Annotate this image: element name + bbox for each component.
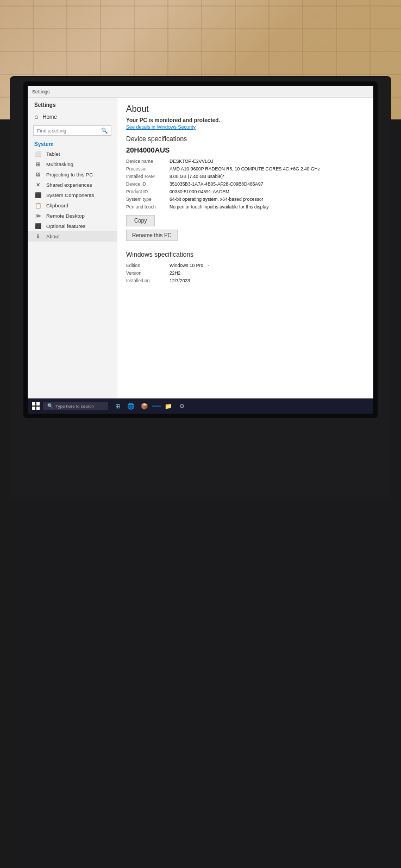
sidebar-item-about[interactable]: ℹ About [28, 231, 117, 242]
win-spec-value-edition: Windows 10 Pro [170, 263, 203, 268]
about-icon: ℹ [34, 233, 42, 239]
win-spec-value-installed: 12/7/2023 [170, 278, 190, 283]
sidebar-label-optional: Optional features [46, 223, 85, 229]
sidebar-item-optional[interactable]: ⬛ Optional features [28, 221, 117, 231]
sidebar-label-multitasking: Multitasking [46, 161, 73, 167]
win-spec-row-installed: Installed on 12/7/2023 [126, 277, 365, 284]
main-content-area: About Your PC is monitored and protected… [117, 98, 373, 398]
taskbar-icon-store[interactable]: 📦 [139, 400, 151, 412]
sidebar-label-shared: Shared experiences [46, 182, 92, 188]
tablet-icon: ⬜ [34, 151, 42, 157]
svg-rect-2 [32, 407, 35, 410]
taskbar-icon-settings[interactable]: ⚙ [176, 400, 188, 412]
system-section-label: System [28, 138, 117, 149]
page-title: About [126, 104, 365, 114]
spec-label-system-type: System type [126, 197, 170, 202]
remote-icon: ≫ [34, 213, 42, 219]
taskbar-search-label: Type here to search [55, 404, 94, 409]
taskbar-icon-folder[interactable]: 📁 [162, 400, 174, 412]
search-box[interactable]: 🔍 [33, 125, 111, 136]
sidebar-label-clipboard: Clipboard [46, 202, 68, 208]
sidebar-item-home[interactable]: ⌂ Home [28, 110, 117, 123]
sidebar-item-clipboard[interactable]: 📋 Clipboard [28, 200, 117, 211]
shared-icon: ✕ [34, 182, 42, 188]
svg-rect-0 [32, 402, 35, 406]
clipboard-icon: 📋 [34, 202, 42, 208]
spec-label-pen-touch: Pen and touch [126, 204, 170, 210]
taskbar-search-box[interactable]: 🔍 Type here to search [43, 402, 108, 410]
components-icon: ⬛ [34, 192, 42, 198]
windows-section-title: Windows specifications [126, 251, 365, 258]
security-link[interactable]: See details in Windows Security [126, 124, 365, 130]
search-input[interactable] [37, 128, 99, 134]
sidebar-item-multitasking[interactable]: ⊞ Multitasking [28, 159, 117, 169]
taskbar-icons: ⊞ 🌐 📦 📁 ⚙ [111, 400, 188, 412]
sidebar-item-projecting[interactable]: 🖥 Projecting to this PC [28, 169, 117, 180]
start-button[interactable] [30, 400, 42, 412]
spec-label-device-id: Device ID [126, 181, 170, 187]
sidebar-app-title: Settings [28, 98, 117, 110]
sidebar-item-tablet[interactable]: ⬜ Tablet [28, 149, 117, 159]
spec-value-processor: AMD A10-9600P RADEON R5, 10 COMPUTE CORE… [170, 166, 365, 172]
spec-label-ram: Installed RAM [126, 174, 170, 179]
spec-value-product-id: 00330-51000-04591-AAOEM [170, 189, 365, 194]
spec-value-system-type: 64-bit operating system, x64-based proce… [170, 197, 365, 202]
svg-rect-3 [36, 407, 40, 410]
screen-bezel: Settings Settings ⌂ Home 🔍 System [23, 81, 378, 418]
spec-table: Device name DESKTOP-E2VVLOJ Processor AM… [126, 157, 365, 211]
spec-value-ram: 8.00 GB (7.40 GB usable)* [170, 174, 365, 179]
sidebar-item-remote[interactable]: ≫ Remote Desktop [28, 211, 117, 221]
spec-label-processor: Processor [126, 166, 170, 172]
spec-row-device-name: Device name DESKTOP-E2VVLOJ [126, 157, 365, 165]
optional-icon: ⬛ [34, 223, 42, 229]
copy-button[interactable]: Copy [126, 215, 155, 226]
sidebar-item-shared[interactable]: ✕ Shared experiences [28, 180, 117, 190]
rename-pc-button[interactable]: Rename this PC [126, 230, 178, 241]
win-spec-label-version: Version [126, 270, 170, 276]
win-spec-label-edition: Edition [126, 263, 170, 268]
laptop-body: Settings Settings ⌂ Home 🔍 System [10, 76, 391, 868]
settings-sidebar: Settings ⌂ Home 🔍 System ⬜ Tablet [28, 98, 117, 398]
home-icon: ⌂ [34, 113, 38, 121]
taskbar-search-icon: 🔍 [47, 403, 53, 409]
spec-value-device-name: DESKTOP-E2VVLOJ [170, 159, 365, 164]
sidebar-label-components: System Components [46, 192, 94, 198]
spec-value-device-id: 351035B3-1A7A-4B05-AF28-C09B8D485A97 [170, 181, 365, 187]
search-icon: 🔍 [101, 128, 108, 134]
spec-value-pen-touch: No pen or touch input is available for t… [170, 204, 365, 210]
win-spec-row-edition: Edition Windows 10 Pro - [126, 262, 365, 269]
taskbar: 🔍 Type here to search ⊞ 🌐 📦 📁 ⚙ [28, 398, 373, 414]
spec-label-product-id: Product ID [126, 189, 170, 194]
win-spec-extra-edition: - [208, 263, 209, 268]
protection-status: Your PC is monitored and protected. [126, 117, 365, 123]
taskbar-icon-bar[interactable] [152, 406, 161, 407]
spec-row-pen-touch: Pen and touch No pen or touch input is a… [126, 203, 365, 211]
spec-row-device-id: Device ID 351035B3-1A7A-4B05-AF28-C09B8D… [126, 180, 365, 188]
spec-row-product-id: Product ID 00330-51000-04591-AAOEM [126, 188, 365, 195]
keyboard-area: FnLock Esc F8 ◀◀ F9 🔇 F10 🔊 F4 ✕ [10, 499, 391, 868]
sidebar-label-about: About [46, 233, 60, 239]
win-spec-value-version: 22H2 [170, 270, 180, 276]
settings-window-title: Settings [32, 89, 50, 94]
sidebar-label-tablet: Tablet [46, 151, 60, 157]
multitasking-icon: ⊞ [34, 161, 42, 167]
settings-titlebar: Settings [28, 86, 373, 98]
sidebar-item-components[interactable]: ⬛ System Components [28, 190, 117, 200]
svg-rect-1 [36, 402, 40, 406]
sidebar-label-remote: Remote Desktop [46, 213, 85, 219]
taskbar-icon-view[interactable]: ⊞ [111, 400, 123, 412]
sidebar-label-projecting: Projecting to this PC [46, 172, 93, 178]
device-section-title: Device specifications [126, 135, 365, 143]
spec-label-device-name: Device name [126, 159, 170, 164]
spec-row-system-type: System type 64-bit operating system, x64… [126, 195, 365, 203]
windows-screen: Settings Settings ⌂ Home 🔍 System [28, 86, 373, 414]
device-model: 20H4000AUS [126, 146, 365, 154]
spec-row-ram: Installed RAM 8.00 GB (7.40 GB usable)* [126, 173, 365, 180]
project-icon: 🖥 [34, 172, 42, 178]
spec-row-processor: Processor AMD A10-9600P RADEON R5, 10 CO… [126, 165, 365, 173]
win-spec-row-version: Version 22H2 [126, 269, 365, 277]
taskbar-icon-browser[interactable]: 🌐 [125, 400, 137, 412]
win-spec-label-installed: Installed on [126, 278, 170, 283]
home-label: Home [42, 114, 57, 120]
